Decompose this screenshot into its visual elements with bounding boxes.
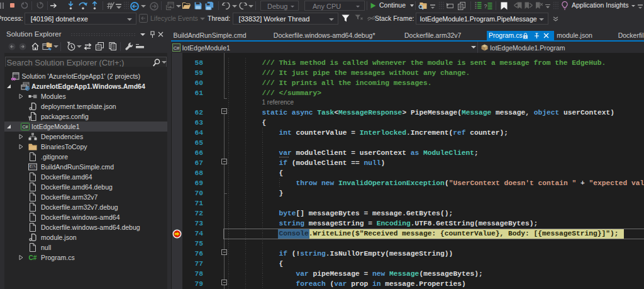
svg-text:C#: C# bbox=[174, 45, 180, 51]
svg-text:?: ? bbox=[484, 3, 487, 9]
svg-text:C:\: C:\ bbox=[30, 164, 36, 169]
svg-text:C#: C# bbox=[23, 125, 28, 129]
svg-text:C#: C# bbox=[29, 254, 37, 261]
